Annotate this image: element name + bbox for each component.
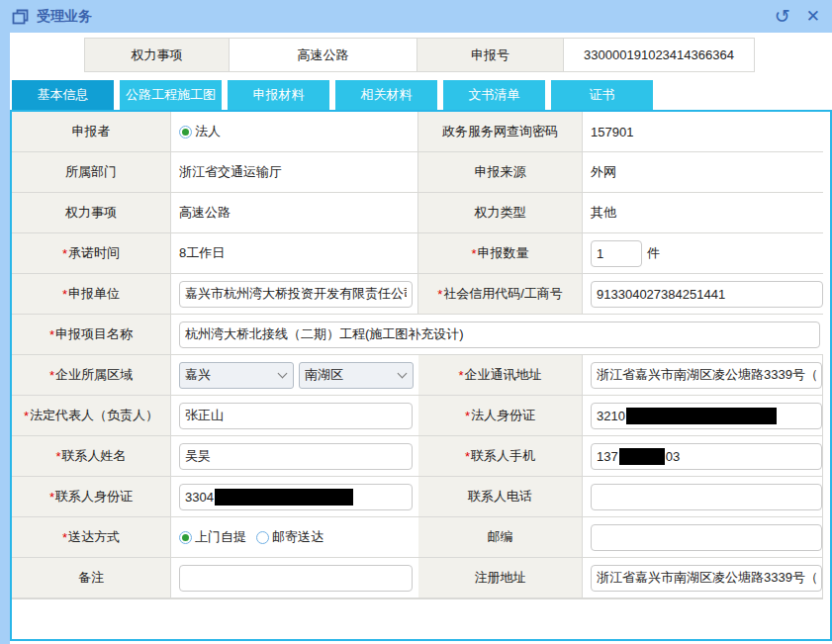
contact-phone-field [583, 477, 823, 517]
contact-id-field: 3304 [171, 477, 418, 517]
query-password-value: 157901 [583, 112, 823, 152]
chevron-down-icon [398, 369, 408, 379]
redaction-bar [215, 489, 353, 506]
header-summary-row: 权力事项 高速公路 申报号 330000191023414366364 [84, 38, 755, 72]
legal-representative-field [171, 396, 418, 436]
radio-legal-person[interactable]: 法人 [179, 123, 221, 140]
field-label-credit-code: * 社会信用代码/工商号 [418, 274, 583, 315]
legal-id-field: 3210 [583, 396, 823, 436]
field-label-legal-id: * 法人身份证 [418, 396, 583, 436]
registered-address-input[interactable] [591, 565, 822, 592]
radio-self-pickup[interactable]: 上门自提 [179, 528, 246, 546]
field-label-contact-mobile: * 联系人手机 [418, 436, 583, 477]
credit-code-field [583, 274, 823, 315]
field-label-delivery-method: * 送达方式 [12, 517, 171, 558]
field-label-applicant: 申报者 [12, 112, 171, 152]
tab-basic-info[interactable]: 基本信息 [12, 80, 114, 110]
declaration-number: 330000191023414366364 [564, 39, 754, 71]
contact-name-input[interactable] [179, 443, 413, 470]
enterprise-region-field: 嘉兴 南湖区 [171, 355, 418, 396]
window-left-border [0, 33, 10, 644]
radio-unselected-icon [256, 531, 269, 544]
header-field-value: 高速公路 [230, 39, 417, 71]
promise-time-value: 8工作日 [171, 233, 418, 274]
radio-mail-delivery[interactable]: 邮寄送达 [256, 528, 324, 546]
legal-representative-input[interactable] [179, 403, 413, 429]
titlebar-actions: ↺ ✕ [775, 7, 820, 26]
tab-bar: 基本信息 公路工程施工图 申报材料 相关材料 文书清单 证书 [12, 80, 653, 110]
chevron-down-icon [278, 369, 288, 379]
tab-declaration-materials[interactable]: 申报材料 [228, 80, 329, 110]
field-label-power-type: 权力类型 [418, 193, 583, 233]
field-label-declaring-unit: * 申报单位 [12, 274, 171, 315]
radio-selected-icon [179, 531, 192, 544]
field-label-enterprise-region: * 企业所属区域 [12, 355, 171, 396]
field-label-declaration-source: 申报来源 [418, 152, 583, 193]
credit-code-input[interactable] [591, 281, 823, 308]
header-field-label: 申报号 [417, 39, 564, 71]
field-label-declaration-quantity: * 申报数量 [418, 233, 583, 274]
tab-document-list[interactable]: 文书清单 [443, 80, 545, 110]
field-label-registered-address: 注册地址 [418, 558, 583, 598]
remarks-input[interactable] [179, 565, 413, 592]
field-label-contact-id: * 联系人身份证 [12, 477, 171, 517]
field-label-contact-name: * 联系人姓名 [12, 436, 171, 477]
redaction-bar [619, 448, 665, 465]
refresh-icon[interactable]: ↺ [775, 7, 790, 26]
field-label-department: 所属部门 [12, 152, 171, 193]
declaring-unit-field [171, 274, 418, 315]
power-item-value: 高速公路 [171, 193, 418, 233]
field-label-project-name: * 申报项目名称 [12, 315, 171, 355]
tab-certificate[interactable]: 证书 [551, 80, 653, 110]
delivery-method-field: 上门自提 邮寄送达 [171, 517, 418, 558]
contact-mobile-input[interactable]: 137 03 [591, 443, 822, 470]
postal-code-field [583, 517, 823, 558]
enterprise-address-input[interactable] [591, 362, 822, 389]
titlebar: 受理业务 ↺ ✕ [0, 0, 832, 33]
postal-code-input[interactable] [591, 524, 822, 551]
radio-selected-icon [179, 126, 192, 138]
delivery-radio-group: 上门自提 邮寄送达 [179, 528, 324, 546]
registered-address-field [583, 558, 823, 598]
department-value: 浙江省交通运输厅 [171, 152, 418, 193]
district-select[interactable]: 南湖区 [299, 362, 414, 389]
field-label-query-password: 政务服务网查询密码 [418, 112, 583, 152]
window-title: 受理业务 [37, 8, 92, 26]
remarks-field [171, 558, 418, 598]
field-label-power-item: 权力事项 [12, 193, 171, 233]
contact-phone-input[interactable] [591, 484, 822, 510]
quantity-input[interactable] [591, 240, 642, 267]
redaction-bar [626, 408, 777, 424]
contact-mobile-field: 137 03 [583, 436, 823, 477]
city-select[interactable]: 嘉兴 [179, 362, 294, 389]
accept-business-window: 受理业务 ↺ ✕ 权力事项 高速公路 申报号 33000019102341436… [0, 0, 832, 644]
tab-construction-drawing[interactable]: 公路工程施工图 [120, 80, 222, 110]
header-field-label: 权力事项 [85, 39, 230, 71]
project-name-input[interactable] [179, 322, 820, 348]
close-icon[interactable]: ✕ [806, 8, 820, 25]
tab-related-materials[interactable]: 相关材料 [335, 80, 437, 110]
declaring-unit-input[interactable] [179, 281, 413, 308]
contact-id-input[interactable]: 3304 [179, 484, 413, 510]
contact-name-field [171, 436, 418, 477]
enterprise-address-field [583, 355, 823, 396]
basic-info-panel: 申报者 法人 政务服务网查询密码 157901 所属部门 浙江省交通运输厅 [10, 110, 832, 641]
project-name-field [171, 315, 823, 355]
legal-id-input[interactable]: 3210 [591, 403, 822, 429]
field-label-enterprise-address: * 企业通讯地址 [418, 355, 583, 396]
declaration-source-value: 外网 [583, 152, 823, 193]
field-label-postal-code: 邮编 [418, 517, 583, 558]
field-label-legal-representative: * 法定代表人（负责人） [12, 396, 171, 436]
field-label-contact-phone: 联系人电话 [418, 477, 583, 517]
power-type-value: 其他 [583, 193, 823, 233]
window-icon [12, 9, 29, 25]
field-label-remarks: 备注 [12, 558, 171, 598]
quantity-unit: 件 [647, 244, 660, 262]
field-label-promise-time: * 承诺时间 [12, 233, 171, 274]
basic-info-form: 申报者 法人 政务服务网查询密码 157901 所属部门 浙江省交通运输厅 [12, 112, 823, 599]
applicant-type-field: 法人 [171, 112, 418, 152]
declaration-quantity-field: 件 [583, 233, 823, 274]
